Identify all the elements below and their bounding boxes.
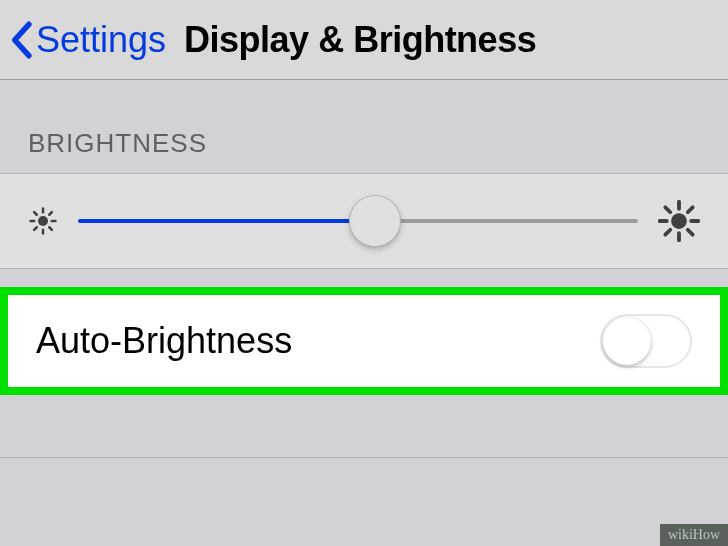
auto-brightness-label: Auto-Brightness [36, 320, 292, 362]
section-header-brightness: BRIGHTNESS [0, 80, 728, 173]
svg-line-7 [34, 227, 37, 230]
watermark: wikiHow [660, 524, 728, 546]
svg-line-14 [665, 207, 670, 212]
svg-line-16 [665, 230, 670, 235]
navbar: Settings Display & Brightness [0, 0, 728, 80]
svg-line-6 [49, 227, 52, 230]
brightness-slider[interactable] [78, 196, 638, 246]
slider-thumb[interactable] [349, 195, 401, 247]
svg-point-9 [671, 213, 687, 229]
highlight-box: Auto-Brightness [0, 287, 728, 395]
svg-line-17 [688, 207, 693, 212]
sun-small-icon [28, 206, 58, 236]
toggle-knob [603, 317, 651, 365]
svg-point-0 [38, 216, 48, 226]
sun-large-icon [658, 200, 700, 242]
back-chevron-icon[interactable] [10, 21, 32, 59]
back-button[interactable]: Settings [36, 19, 166, 61]
svg-line-15 [688, 230, 693, 235]
svg-line-8 [49, 212, 52, 215]
page-title: Display & Brightness [184, 19, 536, 61]
brightness-slider-cell [0, 173, 728, 269]
auto-brightness-toggle[interactable] [600, 314, 692, 368]
spacer [0, 395, 728, 457]
svg-line-5 [34, 212, 37, 215]
auto-brightness-cell: Auto-Brightness [8, 295, 720, 387]
divider [0, 457, 728, 458]
